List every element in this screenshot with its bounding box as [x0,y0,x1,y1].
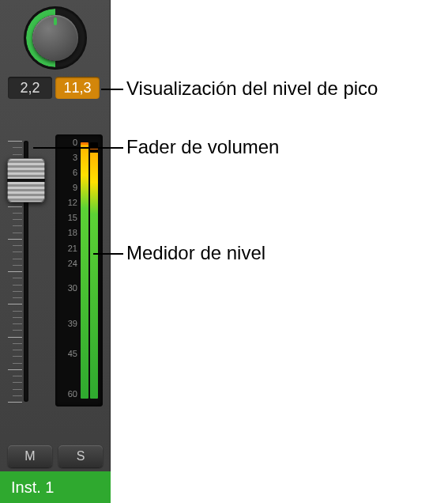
callout-peak: Visualización del nivel de pico [126,78,378,100]
callout-peak-text: Visualización del nivel de pico [126,78,378,99]
fader-tick [13,252,22,252]
pan-tick-icon [54,17,57,25]
fader-tick [13,233,22,233]
callout-fader-text: Fader de volumen [126,136,279,157]
callout-line-icon [93,253,123,255]
meter-scale-label: 15 [60,214,77,222]
fader-tick [13,382,22,383]
fader-tick [13,311,22,312]
meter-scale-label: 12 [60,199,77,207]
fader-tick [13,245,22,246]
callout-line-icon [33,147,123,149]
peak-right-value[interactable]: 11,3 [55,77,100,99]
meter-bars [81,142,98,399]
callout-meter: Medidor de nivel [126,242,265,264]
fader-tick [8,239,22,240]
mute-solo-row: M S [8,445,103,467]
fader-tick [8,271,22,272]
level-meter: 0369121518212430394560 [55,134,103,407]
pan-knob-area [0,0,111,76]
meter-fill-left [81,145,88,399]
meter-scale-label: 9 [60,183,77,192]
channel-strip: 2,2 11,3 0369121518212430394560 M S Inst… [0,0,111,503]
fader-tick [13,323,22,324]
meter-scale-label: 3 [60,153,77,162]
fader-tick [13,395,22,396]
meter-scale-label: 45 [60,350,77,358]
callout-meter-text: Medidor de nivel [126,242,265,263]
meter-scale-label: 30 [60,284,77,293]
pan-knob-cap[interactable] [32,15,78,61]
fader-meter-area: 0369121518212430394560 [0,119,111,427]
fader-tick [13,356,22,357]
fader-tick [13,317,22,318]
fader-tick [8,337,22,338]
meter-scale: 0369121518212430394560 [60,142,77,399]
meter-peak-cap-left [81,142,88,145]
fader-tick [13,376,22,376]
fader-tick [13,154,22,155]
meter-scale-label: 18 [60,229,77,237]
fader-tick [13,291,22,292]
track-name-label[interactable]: Inst. 1 [0,471,111,503]
callout-fader: Fader de volumen [126,136,279,158]
mute-button[interactable]: M [8,445,52,467]
fader-tick [13,147,22,148]
fader-tick [8,369,22,370]
volume-fader-handle[interactable] [7,158,45,202]
solo-button[interactable]: S [58,445,103,467]
peak-left-value[interactable]: 2,2 [8,77,52,99]
fader-tick [13,285,22,286]
fader-tick [13,219,22,220]
meter-scale-label: 60 [60,390,77,399]
fader-tick [13,278,22,278]
fader-tick [8,402,22,403]
fader-tick [8,304,22,304]
fader-tick [13,363,22,364]
fader-tick [13,225,22,226]
pan-knob[interactable] [24,6,87,70]
callout-line-icon [101,89,123,90]
fader-tick [8,141,22,142]
meter-scale-label: 24 [60,259,77,268]
fader-tick [13,297,22,298]
fader-tick [13,343,22,344]
fader-tick [13,330,22,331]
meter-scale-label: 39 [60,320,77,328]
fader-tick [13,259,22,259]
meter-bar-left [81,142,88,399]
fader-tick [13,265,22,266]
meter-fill-right [90,153,98,399]
fader-tick [13,213,22,214]
fader-tick [13,350,22,350]
fader-tick [13,389,22,390]
peak-level-display: 2,2 11,3 [8,77,100,99]
meter-scale-label: 21 [60,244,77,253]
meter-scale-label: 6 [60,168,77,177]
meter-scale-label: 0 [60,138,77,147]
fader-tick [8,206,22,207]
meter-bar-right [90,142,98,399]
